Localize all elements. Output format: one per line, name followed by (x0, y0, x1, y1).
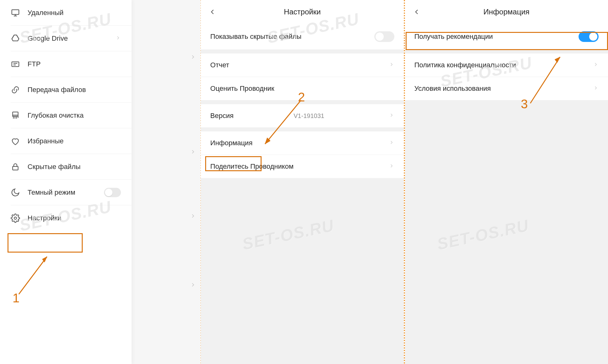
chevron-right-icon[interactable] (190, 149, 196, 155)
header-information: Информация (405, 0, 608, 24)
back-icon[interactable] (208, 8, 216, 16)
row-label: Показывать скрытые файлы (210, 33, 301, 41)
chevron-right-icon (389, 139, 394, 147)
header-title: Настройки (284, 8, 321, 16)
svg-rect-9 (13, 167, 18, 170)
clean-icon (11, 111, 20, 120)
hidden-files-toggle[interactable] (374, 31, 394, 42)
file-grid-background (132, 0, 200, 364)
sidebar-item-gdrive[interactable]: Google Drive (0, 26, 132, 51)
svg-point-10 (14, 217, 17, 219)
back-icon[interactable] (413, 8, 421, 16)
gdrive-icon (11, 34, 20, 43)
sidebar-item-favorites[interactable]: Избранные (0, 128, 132, 154)
chevron-right-icon (593, 61, 599, 69)
chevron-right-icon[interactable] (190, 282, 196, 288)
chevron-right-icon (389, 162, 394, 171)
heart-icon (11, 136, 20, 146)
row-privacy[interactable]: Политика конфиденциальности (405, 54, 608, 77)
header-title: Информация (483, 8, 529, 16)
chevron-right-icon (389, 61, 394, 69)
watermark: SET-OS.RU (241, 216, 336, 254)
chevron-right-icon[interactable] (190, 213, 196, 219)
sidebar-item-label: Глубокая очистка (28, 111, 84, 120)
sidebar-item-transfer[interactable]: Передача файлов (0, 77, 132, 103)
sidebar-item-deepclean[interactable]: Глубокая очистка (0, 103, 132, 128)
darkmode-toggle[interactable] (104, 188, 121, 197)
row-share[interactable]: Поделитесь Проводником (201, 155, 403, 178)
chevron-right-icon[interactable] (190, 54, 196, 60)
header-settings: Настройки (201, 0, 403, 24)
sidebar-item-hidden[interactable]: Скрытые файлы (0, 154, 132, 180)
sidebar-item-remote[interactable]: Удаленный (0, 0, 132, 26)
version-value: V1-191031 (294, 112, 329, 120)
watermark: SET-OS.RU (435, 216, 531, 254)
sidebar-item-label: FTP (28, 60, 41, 68)
row-version[interactable]: Версия V1-191031 (201, 104, 403, 128)
row-label: Получать рекомендации (414, 33, 493, 41)
chevron-right-icon (593, 85, 599, 93)
sidebar-item-label: Темный режим (28, 188, 75, 197)
moon-icon (11, 188, 20, 197)
row-report[interactable]: Отчет (201, 54, 403, 77)
monitor-icon (11, 8, 20, 18)
row-label: Поделитесь Проводником (210, 162, 294, 171)
row-recommendations[interactable]: Получать рекомендации (405, 24, 608, 50)
link-icon (11, 85, 20, 95)
svg-rect-5 (12, 62, 19, 67)
sidebar-item-label: Настройки (28, 214, 61, 222)
chevron-right-icon (389, 112, 394, 120)
sidebar-item-settings[interactable]: Настройки (0, 205, 132, 231)
row-terms[interactable]: Условия использования (405, 77, 608, 100)
recommendations-toggle[interactable] (579, 31, 599, 42)
panel-file-manager: Удаленный Google Drive FTP Передача файл… (0, 0, 200, 364)
sidebar-item-label: Избранные (28, 137, 64, 145)
sidebar-item-ftp[interactable]: FTP (0, 51, 132, 77)
row-label: Отчет (210, 61, 229, 69)
row-label: Информация (210, 139, 252, 147)
sidebar-item-label: Скрытые файлы (28, 163, 81, 171)
svg-rect-8 (13, 112, 18, 115)
svg-rect-2 (12, 10, 19, 14)
sidebar-item-label: Google Drive (28, 34, 68, 43)
lock-icon (11, 162, 20, 172)
sidebar-item-label: Удаленный (28, 9, 64, 17)
row-label: Политика конфиденциальности (414, 61, 516, 69)
annotation-number-1: 1 (13, 291, 19, 305)
panel-settings: Настройки Показывать скрытые файлы Отчет… (201, 0, 403, 364)
sidebar-item-darkmode[interactable]: Темный режим (0, 180, 132, 205)
sidebar-drawer: Удаленный Google Drive FTP Передача файл… (0, 0, 132, 364)
row-label: Версия (210, 112, 233, 120)
gear-icon (11, 213, 20, 223)
panel-information: Информация Получать рекомендации Политик… (405, 0, 608, 364)
chevron-right-icon (115, 34, 121, 43)
row-label: Условия использования (414, 85, 491, 93)
sidebar-item-label: Передача файлов (28, 86, 86, 94)
ftp-icon (11, 59, 20, 69)
row-label: Оценить Проводник (210, 85, 274, 93)
row-show-hidden-files[interactable]: Показывать скрытые файлы (201, 24, 403, 50)
row-information[interactable]: Информация (201, 131, 403, 155)
annotation-number-2: 2 (298, 90, 305, 104)
annotation-number-3: 3 (521, 97, 528, 111)
